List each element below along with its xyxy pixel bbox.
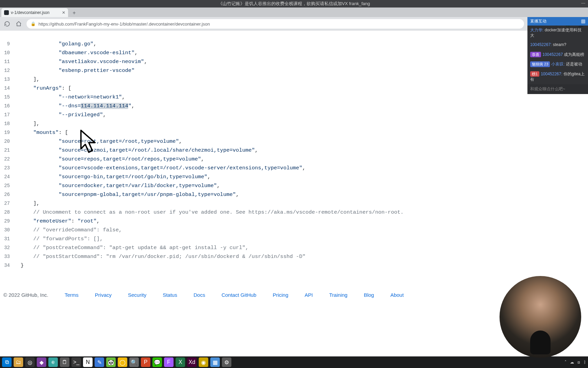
footer-link[interactable]: Training: [329, 292, 347, 298]
window-minimize-icon[interactable]: —: [581, 1, 585, 5]
taskbar-app-vscode[interactable]: ⧉: [2, 357, 12, 367]
taskbar-app-idea[interactable]: ◆: [37, 357, 46, 367]
code-viewer[interactable]: 8 "extensions": [9 "golang.go",10 "dbaeu…: [0, 31, 404, 270]
taskbar-app-explorer[interactable]: 🗂: [14, 357, 23, 367]
browser-tab-active[interactable]: v-1/devcontainer.json ✕: [1, 8, 68, 17]
live-chat-panel: 直播互动 大力华: docker加速使用科技大100452267: steam?…: [527, 17, 588, 94]
code-line[interactable]: 13 ],: [0, 75, 404, 84]
taskbar-app-figma[interactable]: F: [164, 357, 174, 367]
code-line[interactable]: 34 }: [0, 261, 404, 270]
line-number: 9: [0, 40, 14, 48]
code-line[interactable]: 12 "esbenp.prettier-vscode": [0, 66, 404, 75]
footer-link[interactable]: Security: [128, 292, 146, 298]
taskbar-app-chrome[interactable]: ◯: [118, 357, 127, 367]
code-line[interactable]: 10 "dbaeumer.vscode-eslint",: [0, 48, 404, 57]
line-content: "source=chezmoi,target=/root/.local/shar…: [14, 146, 404, 155]
code-line[interactable]: 20 "source=root,target=/root,type=volume…: [0, 137, 404, 146]
code-line[interactable]: 11 "asvetliakov.vscode-neovim",: [0, 57, 404, 66]
chat-user: 大力华:: [530, 28, 543, 32]
footer-link[interactable]: Contact GitHub: [222, 292, 257, 298]
chat-user: 100452267:: [541, 72, 562, 76]
taskbar-app-camera[interactable]: ◉: [199, 357, 208, 367]
line-number: 27: [0, 199, 14, 208]
taskbar-app-app1[interactable]: ▦: [210, 357, 220, 367]
taskbar-app-excel[interactable]: X: [176, 357, 185, 367]
code-line[interactable]: 26 "source=pnpm-global,target=/usr/pnpm-…: [0, 190, 404, 199]
footer-link[interactable]: About: [390, 292, 404, 298]
line-content: "source=vscode-extensions,target=/root/.…: [14, 164, 404, 172]
tab-close-icon[interactable]: ✕: [62, 10, 65, 15]
line-content: "source=go-bin,target=/root/go/bin,type=…: [14, 172, 404, 181]
reload-button[interactable]: [3, 20, 11, 28]
code-line[interactable]: 33 // "postStartCommand": "rm /var/run/d…: [0, 252, 404, 261]
line-number: 11: [0, 57, 14, 66]
address-bar[interactable]: 🔒 https://github.com/FrankFang/oh-my-env…: [27, 19, 524, 29]
taskbar-app-wechat[interactable]: 💬: [152, 357, 162, 367]
line-content: // "postCreateCommand": "apt-get update …: [14, 243, 404, 252]
footer-link[interactable]: Status: [163, 292, 177, 298]
chat-input[interactable]: 和观众聊点什么吧~: [527, 84, 588, 94]
taskbar-app-notepad[interactable]: 🗒: [60, 357, 69, 367]
code-line[interactable]: 22 "source=repos,target=/root/repos,type…: [0, 155, 404, 164]
home-button[interactable]: [15, 20, 22, 28]
line-content: ],: [14, 119, 404, 128]
footer-link[interactable]: Privacy: [95, 292, 112, 298]
code-line[interactable]: 19 "mounts": [: [0, 128, 404, 137]
code-line[interactable]: 14 "runArgs": [: [0, 84, 404, 93]
chat-user: 100452267:: [530, 42, 552, 47]
taskbar-app-ppt[interactable]: P: [141, 357, 150, 367]
code-line[interactable]: 21 "source=chezmoi,target=/root/.local/s…: [0, 146, 404, 155]
taskbar-app-panda[interactable]: 🐼: [106, 357, 116, 367]
code-line[interactable]: 24 "source=go-bin,target=/root/go/bin,ty…: [0, 172, 404, 181]
webcam-overlay: [500, 276, 581, 358]
taskbar-app-notion[interactable]: N: [83, 357, 93, 367]
system-tray[interactable]: ˄ ☁ ⧈ ᛒ: [565, 360, 586, 365]
code-line[interactable]: 15 "--network=network1",: [0, 93, 404, 102]
tray-dropbox-icon[interactable]: ⧈: [577, 360, 580, 365]
taskbar-app-search[interactable]: 🔍: [129, 357, 139, 367]
chat-header-title: 直播互动: [530, 18, 546, 24]
code-line[interactable]: 9 "golang.go",: [0, 40, 404, 48]
taskbar-app-settings[interactable]: ⚙: [222, 357, 231, 367]
taskbar-app-xd[interactable]: Xd: [187, 357, 197, 367]
footer-link[interactable]: Terms: [65, 292, 79, 298]
chat-text: 成为高能榜: [564, 52, 584, 57]
code-line[interactable]: 31 // "forwardPorts": [],: [0, 234, 404, 243]
taskbar-app-obs[interactable]: ◎: [25, 357, 35, 367]
code-line[interactable]: 18 ],: [0, 119, 404, 128]
line-number: 17: [0, 110, 14, 119]
footer-link[interactable]: Pricing: [273, 292, 288, 298]
line-content: "remoteUser": "root",: [14, 217, 404, 226]
taskbar-app-terminal[interactable]: >_: [71, 357, 81, 367]
line-number: 30: [0, 226, 14, 234]
window-title-text: 《山竹记账》是饥人谷推出的收费全栈课程，欲购买请私信或加VX frank_fan…: [218, 1, 370, 7]
code-line[interactable]: 32 // "postCreateCommand": "apt-get upda…: [0, 243, 404, 252]
code-line[interactable]: 23 "source=vscode-extensions,target=/roo…: [0, 164, 404, 172]
taskbar-app-todo[interactable]: ✎: [95, 357, 104, 367]
code-line[interactable]: 29 "remoteUser": "root",: [0, 217, 404, 226]
chat-message: 魅猫病 23小哀叹: 还是被动: [527, 59, 588, 69]
browser-tab-strip: v-1/devcontainer.json ✕ +: [0, 7, 588, 17]
line-number: 18: [0, 119, 14, 128]
chat-text: 还是被动: [566, 62, 582, 66]
code-line[interactable]: 25 "source=docker,target=/var/lib/docker…: [0, 181, 404, 190]
taskbar-app-edge[interactable]: e: [48, 357, 58, 367]
tray-bluetooth-icon[interactable]: ᛒ: [584, 360, 586, 365]
tray-chevron-icon[interactable]: ˄: [565, 360, 567, 365]
code-line[interactable]: 16 "--dns=114.114.114.114",: [0, 102, 404, 110]
github-footer: © 2022 GitHub, Inc. TermsPrivacySecurity…: [0, 283, 588, 307]
code-line[interactable]: 30 // "overrideCommand": false,: [0, 226, 404, 234]
line-content: "dbaeumer.vscode-eslint",: [14, 48, 404, 57]
footer-link[interactable]: Docs: [194, 292, 205, 298]
chat-header[interactable]: 直播互动: [527, 17, 588, 26]
footer-link[interactable]: Blog: [364, 292, 374, 298]
code-line[interactable]: 27 ],: [0, 199, 404, 208]
footer-link[interactable]: API: [305, 292, 313, 298]
code-line[interactable]: 17 "--privileged",: [0, 110, 404, 119]
chat-expand-icon[interactable]: [581, 19, 585, 24]
tray-onedrive-icon[interactable]: ☁: [570, 360, 574, 365]
new-tab-button[interactable]: +: [70, 9, 78, 17]
line-number: 23: [0, 164, 14, 172]
chat-badge: 魅猫病 23: [530, 61, 550, 67]
code-line[interactable]: 28 // Uncomment to connect as a non-root…: [0, 208, 404, 217]
